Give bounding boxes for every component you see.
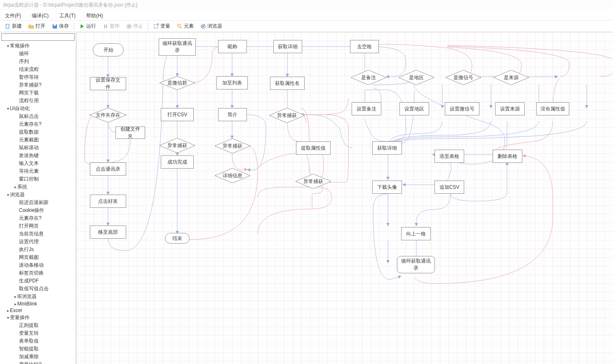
tree-sub-ie[interactable]: IE浏览器 xyxy=(13,293,76,301)
tree-leaf[interactable]: 鼠标滚动 xyxy=(19,144,76,152)
tree-leaf[interactable]: 标签页切换 xyxy=(19,269,76,277)
tree-leaf[interactable]: 暂停等待 xyxy=(19,73,76,81)
node-catch2[interactable]: 异常捕获 xyxy=(160,138,195,153)
tree-leaf[interactable]: 元素存在? xyxy=(19,120,76,128)
tree-leaf[interactable]: 智能提取 xyxy=(19,345,76,353)
tree-leaf[interactable]: 鼠标点击 xyxy=(19,113,76,120)
svg-marker-3 xyxy=(81,24,84,28)
tree-leaf[interactable]: 网页截图 xyxy=(19,254,76,261)
tree-group-general[interactable]: 常规操作 xyxy=(6,42,76,50)
tree-leaf[interactable]: 变量互转 xyxy=(19,329,76,337)
node-start[interactable]: 开始 xyxy=(93,43,124,56)
menu-edit[interactable]: 编译(C) xyxy=(30,12,50,19)
tree-sub-miniblink[interactable]: MiniBlink xyxy=(13,301,76,307)
menu-help[interactable]: 帮助(H) xyxy=(85,12,105,19)
node-append-csv[interactable]: 追加CSV xyxy=(435,181,464,194)
tree-leaf[interactable]: 表单取值 xyxy=(19,337,76,345)
node-is-group[interactable]: 是微信群 xyxy=(160,76,195,90)
tree-leaf[interactable]: 元素存在? xyxy=(19,214,76,222)
tree-leaf[interactable]: 结束流程 xyxy=(19,66,76,73)
node-nickname[interactable]: 昵称 xyxy=(218,40,247,53)
node-set-remark[interactable]: 设置备注 xyxy=(352,102,381,115)
tree-leaf[interactable]: 序列 xyxy=(19,58,76,66)
tree-group-excel[interactable]: Excel xyxy=(6,307,76,314)
node-end[interactable]: 结束 xyxy=(165,233,190,244)
flow-canvas[interactable]: 开始 设置保存文件 文件夹存在 创建文件夹 点击通讯录 点击好友 移至底部 循环… xyxy=(76,32,613,364)
tree-leaf[interactable]: 循环 xyxy=(19,50,76,58)
run-button[interactable]: 运行 xyxy=(77,22,99,31)
tree-leaf[interactable]: 流程引用 xyxy=(19,97,76,105)
node-is-source[interactable]: 是来源 xyxy=(493,70,529,85)
tree-leaf[interactable]: 网页下载 xyxy=(19,89,76,97)
open-button[interactable]: 打开 xyxy=(26,22,48,31)
node-intro[interactable]: 简介 xyxy=(218,108,247,121)
tree-leaf[interactable]: 滚动条移动 xyxy=(19,261,76,269)
node-set-save[interactable]: 设置保存文件 xyxy=(90,77,126,90)
node-catch4[interactable]: 异常捕获 xyxy=(296,174,331,189)
tree-leaf[interactable]: 打开网页 xyxy=(19,222,76,230)
tree-leaf[interactable]: 发送热键 xyxy=(19,152,76,160)
tree-leaf[interactable]: Cookie操作 xyxy=(19,207,76,214)
tree-leaf[interactable]: 输入文本 xyxy=(19,160,76,167)
stop-button[interactable]: 停止 xyxy=(124,22,146,31)
tree-leaf[interactable]: 生成PDF xyxy=(19,277,76,285)
node-extract-attr[interactable]: 提取属性值 xyxy=(296,141,331,155)
node-catch-intro[interactable]: 异常捕获 xyxy=(215,139,250,153)
tree-sub-system[interactable]: 系统 xyxy=(13,183,76,191)
tree-leaf[interactable]: 提取数据 xyxy=(19,128,76,136)
node-no-attr[interactable]: 没有属性值 xyxy=(536,102,569,115)
menu-tool[interactable]: 工具(T) xyxy=(58,12,77,19)
tree-group-vars[interactable]: 变量操作 xyxy=(6,314,76,322)
node-open-csv[interactable]: 打开CSV xyxy=(161,108,194,121)
node-folder-exist[interactable]: 文件夹存在 xyxy=(89,108,127,122)
tree-leaf[interactable]: 设置代理 xyxy=(19,238,76,246)
node-set-wxid[interactable]: 设置微信号 xyxy=(445,102,479,115)
node-get-attr-name[interactable]: 获取属性名 xyxy=(270,77,305,90)
tree-leaf[interactable]: 执行Js xyxy=(19,246,76,254)
node-is-wxid[interactable]: 是微信号 xyxy=(446,70,481,85)
tree-leaf[interactable]: 变量比较? xyxy=(19,361,76,364)
node-loop-contacts[interactable]: 循环获取通讯 录 xyxy=(159,38,196,56)
node-del-table[interactable]: 删除表格 xyxy=(493,150,522,163)
tree-group-browser[interactable]: 浏览器 xyxy=(6,191,76,199)
tree-leaf[interactable]: 加减乘除 xyxy=(19,353,76,361)
node-addlist[interactable]: 加至列表 xyxy=(216,76,248,89)
node-get-detail2[interactable]: 获取详细 xyxy=(372,141,402,155)
tree-group-ui[interactable]: UI自动化 xyxy=(6,105,76,113)
node-is-remark[interactable]: 是备注 xyxy=(351,70,386,85)
save-button[interactable]: 保存 xyxy=(49,22,71,31)
node-is-region[interactable]: 是地区 xyxy=(399,70,434,85)
node-to-bottom[interactable]: 移至底部 xyxy=(90,225,126,239)
node-get-detail[interactable]: 获取详细 xyxy=(273,40,302,53)
node-detail-info[interactable]: 详细信息 xyxy=(215,168,250,183)
browser-button[interactable]: 浏览器 xyxy=(198,22,225,31)
node-add-table[interactable]: 添至表格 xyxy=(435,150,464,163)
activity-tree[interactable]: 常规操作 循环序列结束流程暂停等待异常捕获?网页下载流程引用 UI自动化 鼠标点… xyxy=(0,42,76,364)
node-trim[interactable]: 去空格 xyxy=(350,40,379,53)
node-click-friend[interactable]: 点击好友 xyxy=(90,195,126,208)
tree-leaf[interactable]: 正则提取 xyxy=(19,322,76,329)
node-click-contacts[interactable]: 点击通讯录 xyxy=(90,162,126,176)
tree-leaf[interactable]: 异常捕获? xyxy=(19,81,76,89)
elem-button[interactable]: 元素 xyxy=(174,22,196,31)
tree-leaf[interactable]: 等待元素 xyxy=(19,167,76,175)
node-set-source[interactable]: 设置来源 xyxy=(495,102,525,115)
vars-button[interactable]: 变量 xyxy=(151,22,173,31)
tree-leaf[interactable]: 元素截图 xyxy=(19,136,76,144)
node-create-folder[interactable]: 创建文件夹 xyxy=(115,127,145,139)
tree-leaf[interactable]: 窗口控制 xyxy=(19,175,76,183)
node-catch3[interactable]: 异常捕获 xyxy=(269,108,305,123)
node-done[interactable]: 成功完成 xyxy=(161,155,194,169)
tree-leaf[interactable]: 取值写值点击 xyxy=(19,285,76,293)
menu-file[interactable]: 文件(F) xyxy=(3,12,23,19)
tree-leaf[interactable]: 前进后退刷新 xyxy=(19,199,76,207)
node-set-region[interactable]: 设置地区 xyxy=(399,102,429,115)
new-button[interactable]: 新建 xyxy=(2,22,24,31)
node-up-one[interactable]: 向上一格 xyxy=(401,227,431,240)
pause-button[interactable]: 暂停 xyxy=(100,22,122,31)
toolbar: 新建 打开 保存 运行 暂停 停止 变量 元素 浏览器 xyxy=(0,21,613,32)
tree-leaf[interactable]: 当前页信息 xyxy=(19,230,76,238)
search-input[interactable] xyxy=(1,33,75,41)
node-download-avatar[interactable]: 下载头像 xyxy=(372,181,402,194)
node-loop-contacts2[interactable]: 循环获取通讯 录 xyxy=(397,256,435,273)
